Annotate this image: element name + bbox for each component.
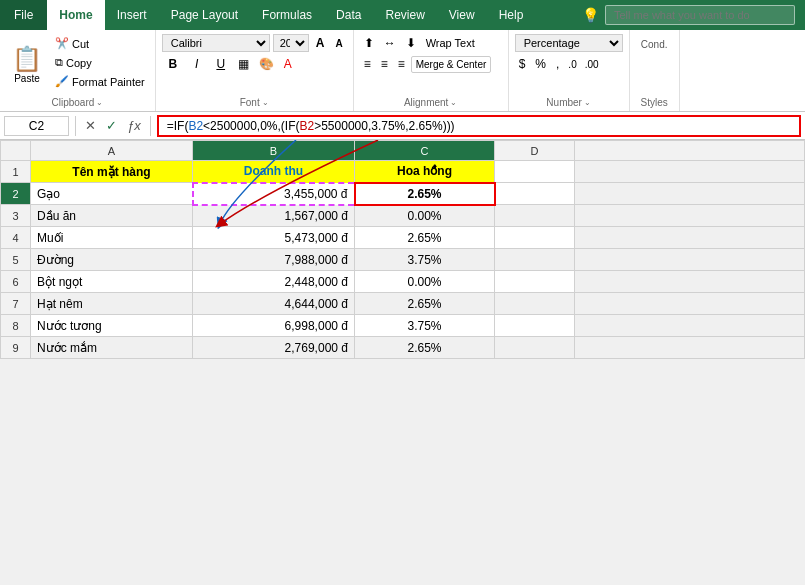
clipboard-expand-icon[interactable]: ⌄	[96, 98, 103, 107]
merge-center-button[interactable]: Merge & Center	[411, 56, 492, 73]
cell-a9[interactable]: Nước mắm	[31, 337, 193, 359]
italic-button[interactable]: I	[186, 55, 208, 73]
paste-button[interactable]: 📋 Paste	[6, 42, 48, 87]
decrease-decimal-button[interactable]: .00	[582, 57, 602, 72]
cell-a2[interactable]: Gạo	[31, 183, 193, 205]
cell-d2[interactable]	[495, 183, 575, 205]
col-header-d[interactable]: D	[495, 141, 575, 161]
currency-button[interactable]: $	[515, 55, 530, 73]
comma-button[interactable]: ,	[552, 55, 563, 73]
tell-me-input[interactable]	[605, 5, 795, 25]
cell-d7[interactable]	[495, 293, 575, 315]
row-header-9[interactable]: 9	[1, 337, 31, 359]
font-size-select[interactable]: 20	[273, 34, 309, 52]
tab-home[interactable]: Home	[47, 0, 104, 30]
copy-icon: ⧉	[55, 56, 63, 69]
fill-color-button[interactable]: 🎨	[255, 55, 278, 73]
copy-button[interactable]: ⧉ Copy	[51, 54, 149, 71]
col-header-b[interactable]: B	[193, 141, 355, 161]
tab-help[interactable]: Help	[487, 0, 536, 30]
bold-button[interactable]: B	[162, 55, 184, 73]
cell-a1[interactable]: Tên mặt hàng	[31, 161, 193, 183]
cell-a8[interactable]: Nước tương	[31, 315, 193, 337]
col-header-a[interactable]: A	[31, 141, 193, 161]
cell-b5[interactable]: 7,988,000 đ	[193, 249, 355, 271]
cell-a7[interactable]: Hạt nêm	[31, 293, 193, 315]
format-painter-button[interactable]: 🖌️ Format Painter	[51, 73, 149, 90]
cell-d9[interactable]	[495, 337, 575, 359]
cut-button[interactable]: ✂️ Cut	[51, 35, 149, 52]
tab-file[interactable]: File	[0, 0, 47, 30]
cell-a3[interactable]: Dầu ăn	[31, 205, 193, 227]
confirm-formula-icon[interactable]: ✓	[103, 117, 120, 134]
tab-view[interactable]: View	[437, 0, 487, 30]
cell-b3[interactable]: 1,567,000 đ	[193, 205, 355, 227]
align-top-button[interactable]: ⬆	[360, 34, 378, 52]
cell-d5[interactable]	[495, 249, 575, 271]
cell-d3[interactable]	[495, 205, 575, 227]
cell-rest-3	[575, 205, 805, 227]
cell-b1[interactable]: Doanh thu	[193, 161, 355, 183]
cell-b4[interactable]: 5,473,000 đ	[193, 227, 355, 249]
tab-review[interactable]: Review	[373, 0, 436, 30]
align-bottom-button[interactable]: ⬇	[402, 34, 420, 52]
cell-c5[interactable]: 3.75%	[355, 249, 495, 271]
align-right-button[interactable]: ≡	[394, 55, 409, 73]
row-header-6[interactable]: 6	[1, 271, 31, 293]
tab-data[interactable]: Data	[324, 0, 373, 30]
row-header-4[interactable]: 4	[1, 227, 31, 249]
cell-c7[interactable]: 2.65%	[355, 293, 495, 315]
table-row: 5 Đường 7,988,000 đ 3.75%	[1, 249, 805, 271]
tab-page-layout[interactable]: Page Layout	[159, 0, 250, 30]
number-format-select[interactable]: Percentage	[515, 34, 623, 52]
cell-a4[interactable]: Muối	[31, 227, 193, 249]
font-expand-icon[interactable]: ⌄	[262, 98, 269, 107]
font-color-button[interactable]: A	[280, 55, 296, 73]
align-left-button[interactable]: ≡	[360, 55, 375, 73]
cell-b6[interactable]: 2,448,000 đ	[193, 271, 355, 293]
row-header-1[interactable]: 1	[1, 161, 31, 183]
cell-c4[interactable]: 2.65%	[355, 227, 495, 249]
cell-c6[interactable]: 0.00%	[355, 271, 495, 293]
cell-c8[interactable]: 3.75%	[355, 315, 495, 337]
table-row: 2 Gạo 3,455,000 đ 2.65%	[1, 183, 805, 205]
alignment-expand-icon[interactable]: ⌄	[450, 98, 457, 107]
row-header-7[interactable]: 7	[1, 293, 31, 315]
decrease-font-button[interactable]: A	[331, 36, 346, 51]
wrap-text-button[interactable]: Wrap Text	[422, 35, 479, 51]
cell-b7[interactable]: 4,644,000 đ	[193, 293, 355, 315]
cell-d4[interactable]	[495, 227, 575, 249]
row-header-5[interactable]: 5	[1, 249, 31, 271]
cancel-formula-icon[interactable]: ✕	[82, 117, 99, 134]
cell-b8[interactable]: 6,998,000 đ	[193, 315, 355, 337]
row-header-2[interactable]: 2	[1, 183, 31, 205]
cell-b2[interactable]: 3,455,000 đ	[193, 183, 355, 205]
cell-c2[interactable]: 2.65%	[355, 183, 495, 205]
row-header-8[interactable]: 8	[1, 315, 31, 337]
cell-c9[interactable]: 2.65%	[355, 337, 495, 359]
align-center-button[interactable]: ≡	[377, 55, 392, 73]
insert-function-icon[interactable]: ƒx	[124, 117, 144, 134]
cell-c1[interactable]: Hoa hồng	[355, 161, 495, 183]
align-middle-button[interactable]: ↔	[380, 34, 400, 52]
cell-b9[interactable]: 2,769,000 đ	[193, 337, 355, 359]
cell-a5[interactable]: Đường	[31, 249, 193, 271]
cell-c3[interactable]: 0.00%	[355, 205, 495, 227]
border-button[interactable]: ▦	[234, 55, 253, 73]
increase-decimal-button[interactable]: .0	[565, 57, 579, 72]
font-name-select[interactable]: Calibri	[162, 34, 270, 52]
formula-display[interactable]: =IF(B2<2500000,0%,(IF(B2>5500000,3.75%,2…	[157, 115, 801, 137]
row-header-3[interactable]: 3	[1, 205, 31, 227]
cell-a6[interactable]: Bột ngọt	[31, 271, 193, 293]
col-header-c[interactable]: C	[355, 141, 495, 161]
tab-insert[interactable]: Insert	[105, 0, 159, 30]
cell-d1[interactable]	[495, 161, 575, 183]
tab-formulas[interactable]: Formulas	[250, 0, 324, 30]
cell-d8[interactable]	[495, 315, 575, 337]
underline-button[interactable]: U	[210, 55, 232, 73]
cell-reference[interactable]	[4, 116, 69, 136]
percent-button[interactable]: %	[531, 55, 550, 73]
increase-font-button[interactable]: A	[312, 34, 329, 52]
cell-d6[interactable]	[495, 271, 575, 293]
number-expand-icon[interactable]: ⌄	[584, 98, 591, 107]
